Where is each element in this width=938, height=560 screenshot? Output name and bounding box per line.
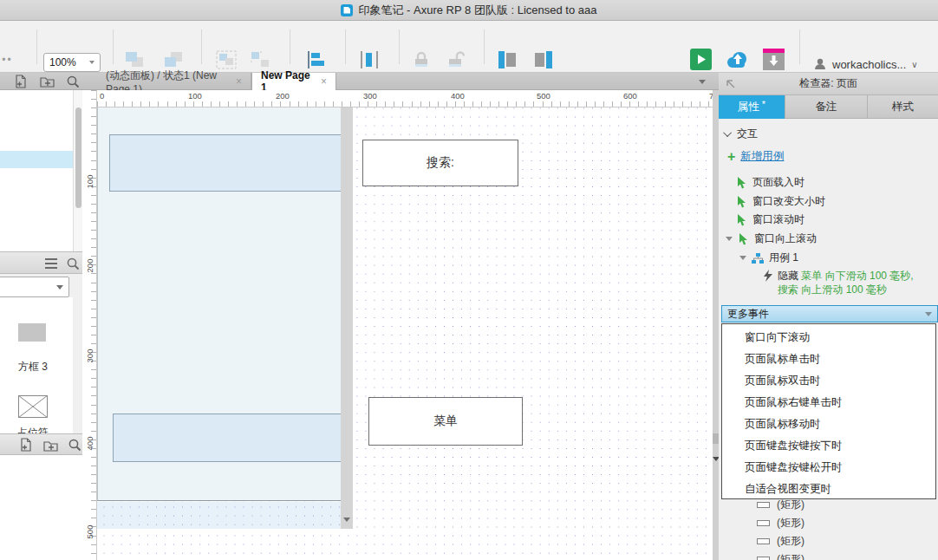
zoom-select[interactable]: 100% — [43, 53, 101, 72]
wireframe-rect-top[interactable] — [109, 134, 343, 192]
rectangle-icon — [757, 502, 770, 508]
chevron-down-icon — [925, 312, 932, 316]
event-page-load[interactable]: 页面载入时 — [736, 175, 804, 190]
distribute-icon — [359, 50, 380, 69]
widget-library-header — [0, 251, 82, 274]
dropdown-item[interactable]: 页面鼠标移动时 — [722, 413, 935, 435]
left-side-icon — [497, 50, 518, 69]
scrollbar-thumb[interactable] — [75, 107, 81, 208]
scroll-down-icon[interactable] — [343, 518, 350, 522]
group-icon — [216, 50, 237, 69]
tab-overflow-icon[interactable] — [699, 80, 706, 84]
toolbar-separator — [201, 29, 202, 64]
tab-new-page-1[interactable]: New Page 1 × — [251, 73, 336, 90]
more-dots-icon: ••• — [0, 54, 13, 66]
chevron-down-icon — [89, 61, 94, 64]
widget-placeholder-thumbnail[interactable] — [18, 395, 48, 418]
toolbar-separator — [345, 29, 346, 64]
dropdown-item[interactable]: 页面鼠标右键单击时 — [722, 392, 935, 413]
widget-list: 方框 3 占位符 — [0, 297, 73, 433]
ungroup-icon — [250, 50, 270, 69]
app-document-icon — [341, 4, 353, 16]
close-icon[interactable]: × — [321, 75, 327, 88]
search-icon[interactable] — [66, 257, 80, 270]
expand-icon — [726, 237, 733, 241]
more-events-dropdown: 窗口向下滚动 页面鼠标单击时 页面鼠标双击时 页面鼠标右键单击时 页面鼠标移动时… — [721, 323, 936, 499]
horizontal-ruler: 0 100 200 300 400 500 600 700 — [97, 90, 713, 107]
right-side-icon — [533, 50, 554, 69]
selected-page-row[interactable] — [0, 151, 73, 168]
case-action-description[interactable]: 隐藏 菜单 向下滑动 100 毫秒,搜索 向上滑动 100 毫秒 — [764, 269, 925, 296]
search-icon[interactable] — [68, 438, 81, 452]
tab-dynamic-panel-state[interactable]: (动态面板) / 状态1 (New Page 1) × — [97, 73, 251, 90]
account-name: workacholics... — [832, 58, 906, 71]
dropdown-item[interactable]: 窗口向下滚动 — [722, 327, 935, 348]
dynamic-panel-region[interactable] — [97, 107, 341, 501]
event-window-resize[interactable]: 窗口改变大小时 — [736, 194, 825, 209]
window-title: 印象笔记 - Axure RP 8 团队版 : Licensed to aaa — [358, 3, 596, 18]
masters-panel-header — [0, 433, 82, 455]
case-icon — [752, 253, 764, 264]
vertical-ruler: 100 200 300 400 500 — [82, 90, 97, 560]
add-folder-icon[interactable] — [40, 75, 55, 88]
dropdown-item[interactable]: 自适合视图变更时 — [722, 479, 935, 500]
outline-item-rect[interactable]: (矩形) — [757, 516, 804, 531]
chevron-down-icon — [56, 285, 63, 290]
close-icon[interactable]: × — [236, 75, 242, 88]
main-toolbar: ••• 更多 100% 缩放 顶层 返回 组合 取消组合 对齐 — [0, 21, 938, 73]
unlock-icon — [446, 50, 467, 69]
add-page-icon[interactable] — [14, 75, 27, 88]
dropdown-item[interactable]: 页面键盘按键松开时 — [722, 457, 935, 479]
outline-item-rect[interactable]: (矩形) — [757, 534, 804, 549]
bring-to-front-icon — [124, 50, 145, 69]
tab-notes[interactable]: 备注 — [785, 95, 867, 119]
widget-box-thumbnail[interactable] — [18, 323, 46, 342]
toolbar-separator — [290, 29, 290, 64]
dropdown-item[interactable]: 页面鼠标单击时 — [722, 348, 935, 370]
add-folder-icon[interactable] — [43, 440, 58, 452]
inspector-panel: 检查器: 页面 属性 * 备注 样式 交互 + 新增用例 页面载入时 窗口改变大… — [719, 73, 938, 560]
menu-widget[interactable]: 菜单 — [368, 397, 523, 446]
toolbar-separator — [399, 29, 400, 64]
outline-item-rect[interactable]: (矩形) — [757, 552, 804, 560]
more-events-select[interactable]: 更多事件 — [721, 305, 938, 322]
widget-placeholder-label: 占位符 — [0, 426, 66, 433]
tab-style[interactable]: 样式 — [867, 95, 938, 119]
tab-properties[interactable]: 属性 * — [719, 95, 785, 119]
list-options-icon[interactable] — [45, 258, 57, 269]
pages-scrollbar[interactable] — [73, 90, 82, 251]
lightning-icon — [764, 270, 772, 282]
search-widget[interactable]: 搜索: — [362, 140, 518, 186]
widget-library-select[interactable] — [0, 277, 69, 297]
wireframe-rect-bottom[interactable] — [113, 413, 343, 462]
search-icon[interactable] — [66, 75, 80, 88]
chevron-down-icon: ∨ — [911, 60, 917, 69]
account-menu[interactable]: workacholics... ∨ — [813, 57, 918, 71]
zoom-value: 100% — [49, 56, 76, 68]
case-1-row[interactable]: 用例 1 — [739, 251, 798, 265]
lock-icon — [411, 50, 432, 69]
user-icon — [813, 57, 827, 71]
interaction-section-toggle[interactable]: 交互 — [726, 127, 758, 141]
event-cursor-icon — [736, 214, 747, 226]
preview-play-icon — [690, 49, 712, 70]
design-canvas[interactable]: 搜索: 菜单 — [97, 107, 713, 560]
title-bar: 印象笔记 - Axure RP 8 团队版 : Licensed to aaa — [0, 0, 938, 21]
unsaved-mark: * — [762, 99, 765, 109]
axure-app-window: 印象笔记 - Axure RP 8 团队版 : Licensed to aaa … — [0, 0, 938, 560]
add-case-button[interactable]: + 新增用例 — [727, 149, 784, 164]
publish-icon — [763, 49, 785, 70]
toolbar-separator — [36, 29, 37, 64]
back-arrow-icon[interactable] — [726, 79, 736, 89]
panel-selection-highlight — [97, 502, 352, 529]
dynamic-panel-scrollbar[interactable] — [341, 107, 353, 529]
share-cloud-icon — [724, 49, 750, 70]
dropdown-item[interactable]: 页面键盘按键按下时 — [722, 435, 935, 457]
add-page-icon[interactable] — [19, 438, 32, 452]
toolbar-separator — [484, 29, 485, 64]
event-window-scroll-up[interactable]: 窗口向上滚动 — [726, 231, 817, 246]
toolbar-separator — [113, 29, 114, 64]
dropdown-item[interactable]: 页面鼠标双击时 — [722, 370, 935, 392]
rectangle-icon — [757, 557, 770, 560]
event-window-scroll[interactable]: 窗口滚动时 — [736, 212, 804, 227]
